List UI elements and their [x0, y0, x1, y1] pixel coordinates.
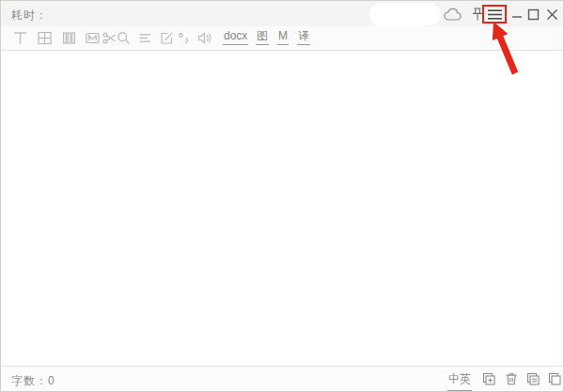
menu-highlight-box: [482, 5, 507, 24]
new-note-icon[interactable]: [481, 371, 496, 386]
markdown-mode-button[interactable]: M: [277, 29, 289, 45]
titlebar: 耗时：: [1, 1, 563, 26]
speaker-icon[interactable]: [196, 30, 212, 46]
markdown-icon[interactable]: [85, 30, 101, 46]
close-icon[interactable]: [546, 8, 558, 24]
punctuation-icon[interactable]: [176, 30, 192, 46]
editor-canvas[interactable]: [1, 52, 563, 368]
cloud-icon[interactable]: [444, 8, 463, 25]
minimize-icon[interactable]: [511, 7, 523, 25]
translate-button[interactable]: 译: [297, 29, 310, 45]
align-lines-icon[interactable]: [137, 30, 153, 46]
word-count-value: 0: [48, 374, 55, 387]
trash-icon[interactable]: [504, 371, 519, 386]
table-icon[interactable]: [37, 30, 53, 46]
statusbar: 字数：0 中英: [1, 366, 563, 391]
insert-image-button[interactable]: 图: [256, 29, 269, 45]
elapsed-time-label: 耗时：: [11, 8, 48, 24]
title-format-icon[interactable]: [12, 30, 28, 46]
app-window: 耗时：: [0, 0, 564, 392]
search-icon[interactable]: [116, 30, 132, 46]
edit-icon[interactable]: [159, 30, 175, 46]
toolbar: docx 图 M 译: [1, 26, 563, 51]
docx-export-button[interactable]: docx: [223, 29, 248, 45]
lang-toggle-button[interactable]: 中英: [447, 371, 472, 391]
word-count: 字数：0: [11, 373, 55, 389]
note-list-icon[interactable]: [525, 371, 540, 386]
copy-icon[interactable]: [547, 371, 562, 386]
maximize-icon[interactable]: [527, 8, 540, 24]
columns-icon[interactable]: [61, 30, 77, 46]
word-count-label: 字数：: [11, 374, 48, 387]
